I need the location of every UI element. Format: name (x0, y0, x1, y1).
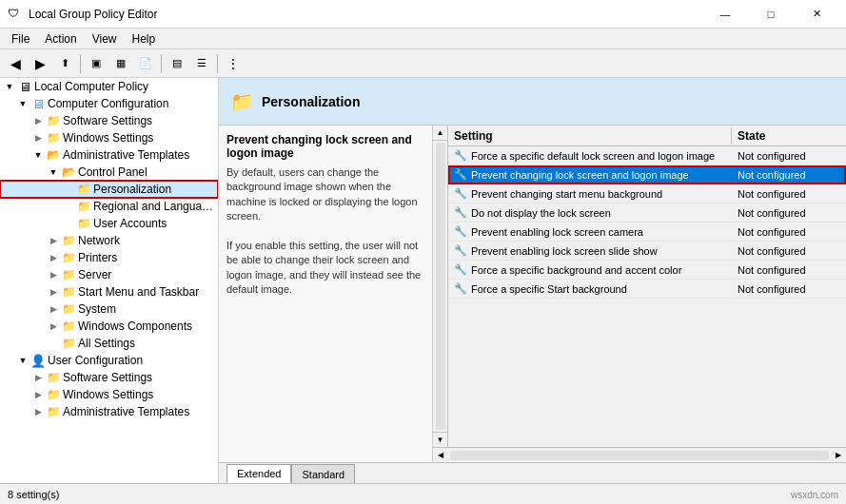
tree-item-administrative-templates[interactable]: ▼ 📂 Administrative Templates (0, 146, 218, 164)
setting-state-7: Not configured (732, 263, 846, 277)
scroll-down-arrow[interactable]: ▼ (433, 432, 448, 447)
tree-pane[interactable]: ▼ 🖥 Local Computer Policy ▼ 🖥 Computer C… (0, 78, 219, 483)
toggle-administrative-templates[interactable]: ▼ (30, 147, 46, 163)
scroll-left-arrow[interactable]: ◀ (433, 448, 448, 463)
tree-item-printers[interactable]: ▶ 📁 Printers (0, 249, 218, 266)
settings-row-5[interactable]: 🔧 Prevent enabling lock screen camera No… (448, 223, 846, 242)
scroll-right-arrow[interactable]: ▶ (831, 448, 846, 463)
computer-config-icon: 🖥 (30, 96, 46, 111)
settings-row-4[interactable]: 🔧 Do not display the lock screen Not con… (448, 204, 846, 223)
up-button[interactable]: ⬆ (53, 52, 76, 75)
toggle-software-settings-2[interactable]: ▶ (30, 370, 46, 385)
administrative-templates-label: Administrative Templates (63, 148, 189, 162)
menu-help[interactable]: Help (125, 30, 164, 48)
folder-network-icon: 📁 (61, 233, 76, 248)
toggle-windows-settings-2[interactable]: ▶ (30, 387, 46, 402)
toggle-computer-configuration[interactable]: ▼ (15, 96, 30, 111)
settings-row-1[interactable]: 🔧 Force a specific default lock screen a… (448, 146, 846, 165)
folder-software-settings-2-icon: 📁 (46, 370, 61, 385)
tab-extended[interactable]: Extended (226, 464, 291, 483)
tree-item-admin-templates-2[interactable]: ▶ 📁 Administrative Templates (0, 403, 218, 420)
settings-row-2[interactable]: 🔧 Prevent changing lock screen and logon… (448, 165, 846, 184)
title-bar-left: 🛡 Local Group Policy Editor (8, 7, 157, 22)
tree-item-computer-configuration[interactable]: ▼ 🖥 Computer Configuration (0, 95, 218, 112)
settings-row-3[interactable]: 🔧 Prevent changing start menu background… (448, 184, 846, 204)
tree-item-start-menu-taskbar[interactable]: ▶ 📁 Start Menu and Taskbar (0, 283, 218, 300)
toggle-start-menu-taskbar[interactable]: ▶ (46, 284, 61, 300)
help-button[interactable]: 📄 (134, 52, 157, 75)
folder-administrative-templates-icon: 📂 (46, 147, 61, 163)
toggle-software-settings-1[interactable]: ▶ (30, 113, 46, 128)
col-header-state: State (732, 127, 846, 145)
tree-item-network[interactable]: ▶ 📁 Network (0, 232, 218, 249)
settings-table-body: 🔧 Force a specific default lock screen a… (448, 146, 846, 447)
tree-item-control-panel[interactable]: ▼ 📂 Control Panel (0, 164, 218, 181)
desc-body: By default, users can change the backgro… (226, 165, 424, 298)
menu-view[interactable]: View (85, 30, 125, 48)
toggle-windows-components[interactable]: ▶ (46, 319, 61, 334)
tree-item-personalization[interactable]: 📁 Personalization (0, 181, 218, 198)
folder-server-icon: 📁 (61, 267, 76, 282)
toggle-printers[interactable]: ▶ (46, 250, 61, 265)
tree-item-user-configuration[interactable]: ▼ 👤 User Configuration (0, 352, 218, 369)
list-view-button[interactable]: ▤ (166, 52, 188, 75)
detail-view-button[interactable]: ☰ (190, 52, 213, 75)
right-header: 📁 Personalization (219, 78, 846, 126)
software-settings-2-label: Software Settings (63, 371, 152, 384)
tree-item-windows-settings-1[interactable]: ▶ 📁 Windows Settings (0, 129, 218, 146)
show-hide-button[interactable]: ▣ (85, 52, 108, 75)
filter-button[interactable]: ⋮ (222, 52, 245, 75)
toggle-local-computer-policy[interactable]: ▼ (2, 79, 17, 94)
tree-item-user-accounts[interactable]: 📁 User Accounts (0, 215, 218, 232)
windows-settings-2-label: Windows Settings (63, 388, 153, 401)
tree-item-server[interactable]: ▶ 📁 Server (0, 266, 218, 283)
tree-item-regional-language[interactable]: 📁 Regional and Langua… (0, 198, 218, 215)
setting-icon-3: 🔧 (454, 187, 467, 201)
back-button[interactable]: ◀ (4, 52, 27, 75)
toggle-server[interactable]: ▶ (46, 267, 61, 282)
windows-components-label: Windows Components (78, 320, 192, 333)
properties-button[interactable]: ▦ (109, 52, 132, 75)
toggle-admin-templates-2[interactable]: ▶ (30, 404, 46, 419)
toggle-control-panel[interactable]: ▼ (46, 165, 61, 180)
toggle-system[interactable]: ▶ (46, 301, 61, 317)
maximize-button[interactable]: □ (749, 0, 793, 29)
tree-item-windows-settings-2[interactable]: ▶ 📁 Windows Settings (0, 386, 218, 403)
horizontal-scrollbar[interactable]: ◀ ▶ (433, 447, 846, 462)
settings-row-7[interactable]: 🔧 Force a specific background and accent… (448, 261, 846, 280)
tree-item-windows-components[interactable]: ▶ 📁 Windows Components (0, 318, 218, 335)
menu-action[interactable]: Action (37, 30, 84, 48)
setting-icon-7: 🔧 (454, 263, 467, 277)
vertical-scrollbar[interactable]: ▲ ▼ (433, 126, 448, 447)
close-button[interactable]: ✕ (795, 0, 838, 29)
setting-label-5: 🔧 Prevent enabling lock screen camera (448, 224, 732, 240)
forward-button[interactable]: ▶ (29, 52, 51, 75)
menu-file[interactable]: File (4, 30, 37, 48)
folder-control-panel-icon: 📂 (61, 165, 76, 180)
tree-item-software-settings-1[interactable]: ▶ 📁 Software Settings (0, 112, 218, 129)
setting-state-8: Not configured (732, 282, 846, 296)
scroll-up-arrow[interactable]: ▲ (433, 126, 448, 141)
tab-standard[interactable]: Standard (291, 464, 355, 483)
tree-item-all-settings[interactable]: 📁 All Settings (0, 335, 218, 352)
setting-icon-2: 🔧 (454, 168, 467, 182)
folder-windows-settings-2-icon: 📁 (46, 387, 61, 402)
tree-item-software-settings-2[interactable]: ▶ 📁 Software Settings (0, 369, 218, 386)
setting-label-1: 🔧 Force a specific default lock screen a… (448, 148, 732, 164)
network-label: Network (78, 234, 120, 247)
setting-label-6: 🔧 Prevent enabling lock screen slide sho… (448, 243, 732, 259)
status-text: 8 setting(s) (8, 489, 59, 500)
toggle-personalization (61, 182, 76, 197)
settings-row-6[interactable]: 🔧 Prevent enabling lock screen slide sho… (448, 242, 846, 261)
toggle-windows-settings-1[interactable]: ▶ (30, 130, 46, 145)
user-accounts-label: User Accounts (93, 217, 167, 230)
minimize-button[interactable]: — (703, 0, 747, 29)
toggle-network[interactable]: ▶ (46, 233, 61, 248)
toggle-user-configuration[interactable]: ▼ (15, 353, 30, 368)
tree-item-local-computer-policy[interactable]: ▼ 🖥 Local Computer Policy (0, 78, 218, 95)
tree-item-system[interactable]: ▶ 📁 System (0, 300, 218, 318)
setting-icon-5: 🔧 (454, 225, 467, 239)
setting-icon-1: 🔧 (454, 149, 467, 163)
settings-row-8[interactable]: 🔧 Force a specific Start background Not … (448, 280, 846, 299)
control-panel-label: Control Panel (78, 165, 148, 179)
